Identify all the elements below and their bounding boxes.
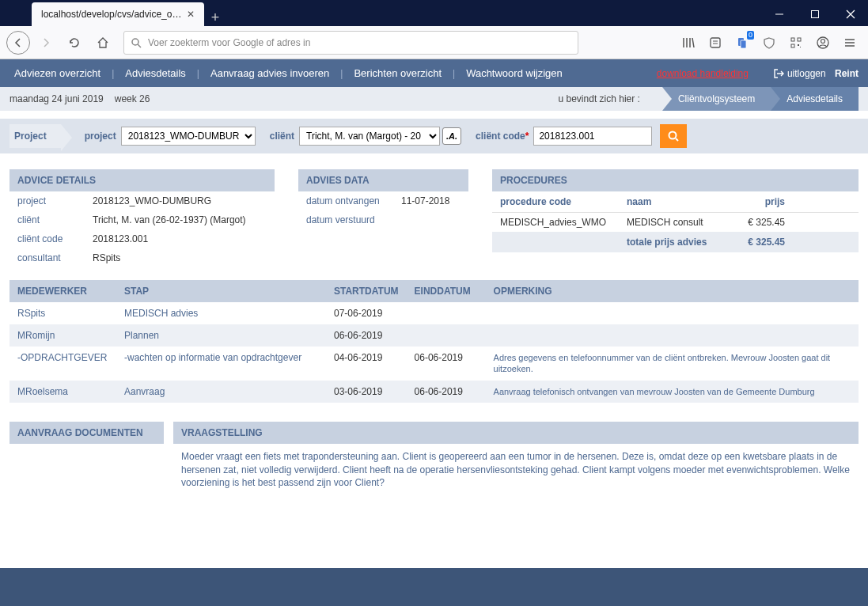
nav-adviezen-overzicht[interactable]: Adviezen overzicht (9, 67, 105, 79)
browser-address-bar: Voer zoekterm voor Google of adres in 0 (0, 26, 868, 59)
app-nav: Adviezen overzicht| Adviesdetails| Aanvr… (0, 59, 868, 87)
nav-wachtwoord-wijzigen[interactable]: Wachtwoord wijzigen (461, 67, 567, 79)
shield-icon[interactable] (757, 31, 781, 55)
wf-col-stap: STAP (116, 280, 326, 302)
search-icon (667, 130, 680, 142)
wf-medewerker-link[interactable]: -OPDRACHTGEVER (17, 352, 107, 363)
svg-line-22 (676, 138, 678, 141)
breadcrumb-current: Adviesdetails (771, 87, 859, 111)
back-button[interactable] (6, 31, 30, 55)
nav-aanvraag-invoeren[interactable]: Aanvraag advies invoeren (206, 67, 334, 79)
project-select[interactable]: 2018123_WMO-DUMBURG (121, 127, 256, 146)
library-icon[interactable] (677, 31, 700, 55)
svg-rect-15 (800, 47, 801, 47)
logout-button[interactable]: uitloggen Reint (773, 68, 859, 79)
wf-col-opmerking: OPMERKING (486, 280, 859, 302)
total-label: totale prijs advies (627, 237, 733, 248)
svg-point-17 (821, 39, 825, 43)
breadcrumb-system[interactable]: Cliëntvolgsysteem (662, 87, 771, 111)
vraagstelling-text: Moeder vraagt een fiets met traponderste… (173, 444, 859, 496)
svg-rect-6 (711, 38, 720, 47)
wf-stap-link[interactable]: Aanvraag (124, 386, 165, 397)
address-search-box[interactable]: Voer zoekterm voor Google of adres in (123, 31, 578, 55)
table-row: -OPDRACHTGEVER -wachten op informatie va… (9, 347, 859, 381)
procedure-total-row: totale prijs advies € 325.45 (492, 232, 859, 252)
anonymize-button[interactable]: .A. (442, 127, 461, 145)
vraagstelling-panel: VRAAGSTELLING Moeder vraagt een fiets me… (173, 422, 859, 496)
detail-row: project2018123_WMO-DUMBURG (9, 191, 275, 210)
wf-stap-link[interactable]: MEDISCH advies (124, 308, 198, 319)
logout-label: uitloggen (787, 68, 826, 79)
breadcrumb-arrow (648, 87, 662, 111)
wf-medewerker-link[interactable]: MRomijn (17, 330, 55, 341)
table-row: MRoelsema Aanvraag 03-06-2019 06-06-2019… (9, 381, 859, 403)
client-select[interactable]: Tricht, M. van (Margot) - 20 (299, 127, 440, 146)
svg-rect-13 (791, 44, 794, 47)
reload-button[interactable] (62, 30, 87, 55)
qr-icon[interactable] (784, 31, 808, 55)
procedures-panel: PROCEDURES procedure code naam prijs MED… (492, 169, 859, 252)
current-week: week 26 (115, 93, 150, 104)
sub-header: maandag 24 juni 2019 week 26 u bevindt z… (0, 87, 868, 111)
logout-user: Reint (835, 68, 859, 79)
app-footer (0, 568, 868, 606)
svg-point-4 (132, 39, 138, 45)
wf-medewerker-link[interactable]: MRoelsema (17, 386, 68, 397)
table-row: RSpits MEDISCH advies 07-06-2019 (9, 302, 859, 324)
wf-col-einddatum: EINDDATUM (407, 280, 486, 302)
advice-details-header: ADVICE DETAILS (9, 169, 275, 191)
svg-point-21 (669, 132, 677, 139)
client-code-input[interactable] (533, 127, 652, 146)
window-close-icon[interactable] (832, 2, 868, 26)
reader-icon[interactable] (703, 31, 727, 55)
table-row: MRomijn Plannen 06-06-2019 (9, 324, 859, 347)
detail-row: consultantRSpits (9, 248, 275, 267)
nav-berichten-overzicht[interactable]: Berichten overzicht (349, 67, 446, 79)
wf-stap-link[interactable]: -wachten op informatie van opdrachtgever (124, 352, 301, 363)
detail-row: cliëntTricht, M. van (26-02-1937) (Margo… (9, 210, 275, 229)
project-bar: Project project 2018123_WMO-DUMBURG clië… (0, 119, 868, 153)
client-code-label: cliënt code* (476, 131, 529, 142)
proc-col-naam: naam (627, 196, 733, 207)
search-icon (131, 37, 142, 48)
documents-panel: AANVRAAG DOCUMENTEN (9, 422, 164, 496)
window-minimize-icon[interactable] (761, 2, 797, 26)
logout-icon (773, 68, 784, 79)
workflow-table: MEDEWERKER STAP STARTDATUM EINDDATUM OPM… (9, 280, 859, 403)
advies-data-header: ADVIES DATA (298, 169, 468, 191)
menu-icon[interactable] (838, 31, 862, 55)
nav-adviesdetails[interactable]: Adviesdetails (120, 67, 191, 79)
download-handleiding-link[interactable]: download handleiding (652, 68, 753, 79)
notification-badge: 0 (747, 31, 754, 40)
vraagstelling-header: VRAAGSTELLING (173, 422, 859, 444)
data-row: datum verstuurd (298, 210, 468, 229)
advice-details-panel: ADVICE DETAILS project2018123_WMO-DUMBUR… (9, 169, 275, 267)
proc-col-code: procedure code (500, 196, 627, 207)
account-icon[interactable] (811, 31, 835, 55)
browser-tab-bar: localhost/develop/cvs/advice_over… ✕ + (0, 0, 868, 26)
svg-rect-11 (791, 38, 794, 41)
proc-col-prijs: prijs (733, 196, 785, 207)
svg-line-5 (138, 44, 141, 47)
procedures-header: PROCEDURES (492, 169, 859, 191)
notifications-icon[interactable]: 0 (730, 31, 754, 55)
new-tab-button[interactable]: + (204, 9, 226, 26)
window-maximize-icon[interactable] (797, 2, 832, 26)
documents-header: AANVRAAG DOCUMENTEN (9, 422, 164, 444)
svg-rect-1 (811, 11, 818, 18)
wf-medewerker-link[interactable]: RSpits (17, 308, 45, 319)
search-placeholder: Voer zoekterm voor Google of adres in (148, 37, 310, 48)
advies-data-panel: ADVIES DATA datum ontvangen11-07-2018 da… (298, 169, 468, 229)
svg-rect-14 (798, 44, 799, 46)
wf-stap-link[interactable]: Plannen (124, 330, 159, 341)
search-button[interactable] (660, 124, 687, 148)
home-button[interactable] (90, 30, 116, 55)
forward-button (33, 30, 59, 55)
browser-tab[interactable]: localhost/develop/cvs/advice_over… ✕ (32, 2, 204, 26)
total-value: € 325.45 (733, 237, 785, 248)
svg-rect-12 (798, 38, 801, 41)
client-label: cliënt (270, 131, 294, 142)
close-tab-icon[interactable]: ✕ (184, 9, 198, 20)
current-date: maandag 24 juni 2019 (9, 93, 104, 104)
data-row: datum ontvangen11-07-2018 (298, 191, 468, 210)
